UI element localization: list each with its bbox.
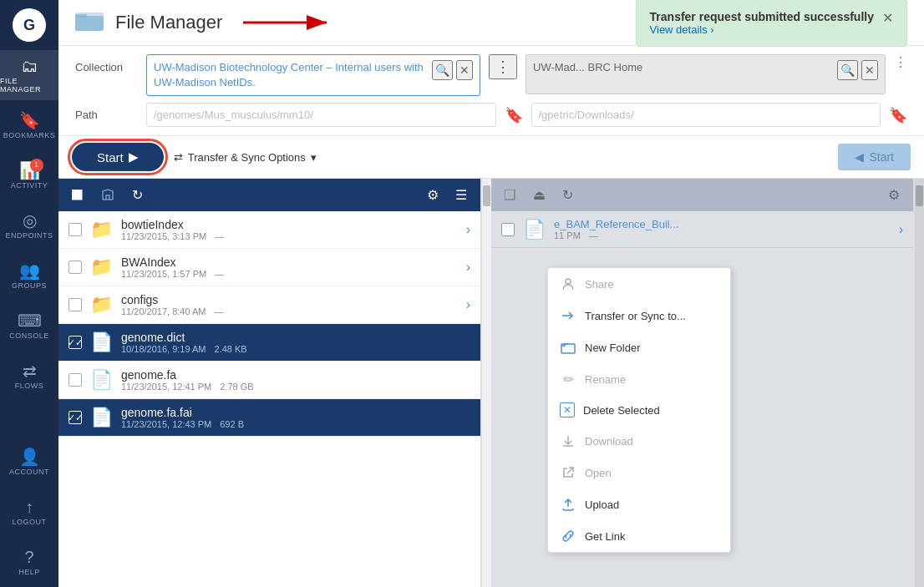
logout-icon: ↑ — [25, 498, 33, 515]
activity-icon: 📊 1 — [19, 162, 40, 179]
file-name: genome.fa — [121, 368, 470, 382]
sidebar-label-help: HELP — [18, 568, 40, 576]
file-info: genome.fa 11/23/2015, 12:41 PM 2.78 GB — [121, 368, 470, 392]
download-icon — [560, 433, 576, 449]
left-scroll-thumb[interactable] — [483, 185, 490, 206]
sidebar-item-console[interactable]: ⌨ CONSOLE — [0, 301, 58, 351]
right-clear-icon[interactable]: ✕ — [861, 60, 878, 80]
folder-icon: 📁 — [90, 219, 113, 240]
sidebar-item-groups[interactable]: 👥 GROUPS — [0, 250, 58, 301]
context-label: New Folder — [585, 342, 640, 354]
right-select-all-button[interactable] — [500, 186, 521, 205]
sidebar-label-activity: ACTIVITY — [11, 181, 48, 190]
right-scrollbar[interactable] — [914, 179, 924, 587]
left-path-input[interactable] — [146, 103, 496, 127]
context-menu-item-transfer[interactable]: Transfer or Sync to... — [548, 300, 730, 331]
file-checkbox[interactable] — [69, 298, 82, 311]
file-checkbox[interactable]: ✓ — [69, 336, 82, 349]
close-icon[interactable]: ✕ — [882, 10, 893, 26]
right-search-icon[interactable]: 🔍 — [837, 60, 858, 80]
svg-rect-10 — [106, 195, 109, 200]
context-menu-item-download[interactable]: Download — [548, 425, 730, 457]
table-row[interactable]: 📄 e_BAM_Reference_Buil... 11 PM — › — [491, 211, 913, 248]
bookmarks-icon: 🔖 — [19, 112, 40, 129]
svg-rect-1 — [75, 16, 104, 31]
help-icon: ? — [24, 549, 33, 565]
right-collection-input[interactable]: UW-Mad... BRC Home 🔍 ✕ — [525, 54, 886, 94]
sidebar-item-account[interactable]: 👤 ACCOUNT — [0, 437, 58, 487]
right-path-input[interactable] — [531, 103, 881, 127]
sidebar-item-endpoints[interactable]: ◎ ENDPOINTS — [0, 200, 58, 250]
file-meta: 11/23/2015, 12:43 PM 692 B — [121, 419, 470, 429]
file-date: 11/23/2015, 12:41 PM — [121, 382, 211, 392]
file-meta: 11/23/2015, 1:57 PM — — [121, 269, 458, 279]
sidebar-item-help[interactable]: ? HELP — [0, 537, 58, 587]
chevron-right-icon: › — [899, 222, 903, 237]
sidebar-item-logout[interactable]: ↑ LOGOUT — [0, 487, 58, 537]
upload-icon — [560, 496, 576, 513]
svg-rect-2 — [75, 14, 87, 18]
logo[interactable]: G — [0, 0, 58, 50]
sidebar-item-file-manager[interactable]: 🗂 FILE MANAGER — [0, 50, 58, 100]
left-collection-input[interactable]: UW-Madison Biotechnology Center – Intern… — [146, 54, 480, 96]
success-notification: Transfer request submitted successfully … — [636, 0, 907, 47]
file-checkbox[interactable] — [69, 261, 82, 274]
context-menu-item-share[interactable]: Share — [548, 268, 730, 300]
start-right-button[interactable]: ◀ Start — [838, 144, 911, 170]
groups-icon: 👥 — [19, 262, 40, 279]
left-bookmark-icon[interactable]: 🔖 — [505, 106, 523, 124]
table-row[interactable]: 📁 configs 11/20/2017, 8:40 AM — › — [58, 286, 480, 324]
sidebar-item-activity[interactable]: 📊 1 ACTIVITY — [0, 150, 58, 200]
table-row[interactable]: 📁 BWAIndex 11/23/2015, 1:57 PM — › — [58, 249, 480, 286]
path-label: Path — [75, 109, 138, 121]
file-checkbox[interactable] — [69, 223, 82, 236]
left-scrollbar[interactable] — [481, 179, 491, 587]
right-collection-dots[interactable]: ⋮ — [894, 54, 907, 70]
search-icon[interactable]: 🔍 — [432, 60, 453, 80]
up-dir-button[interactable] — [95, 185, 120, 206]
file-name: genome.dict — [121, 331, 470, 344]
transfer-sync-button[interactable]: ⇄ Transfer & Sync Options ▾ — [174, 151, 317, 164]
sidebar-item-bookmarks[interactable]: 🔖 BOOKMARKS — [0, 100, 58, 150]
context-menu-item-delete[interactable]: ✕ Delete Selected — [548, 395, 730, 425]
file-checkbox[interactable] — [501, 223, 515, 236]
context-label: Open — [585, 467, 612, 479]
right-settings-button[interactable]: ⚙ — [883, 184, 905, 206]
file-size: — — [215, 269, 224, 279]
refresh-button[interactable]: ↻ — [127, 184, 148, 206]
notification-link[interactable]: View details › — [650, 23, 714, 36]
right-scroll-thumb[interactable] — [916, 185, 923, 206]
context-menu-item-rename[interactable]: ✏ Rename — [548, 363, 730, 395]
activity-badge: 1 — [30, 159, 43, 172]
context-menu-item-open[interactable]: Open — [548, 457, 730, 488]
settings-button[interactable]: ⚙ — [422, 184, 444, 206]
menu-button[interactable]: ☰ — [450, 184, 472, 206]
table-row[interactable]: 📁 bowtieIndex 11/23/2015, 3:13 PM — › — [58, 211, 480, 249]
file-name: BWAIndex — [121, 256, 458, 269]
context-menu-item-get-link[interactable]: Get Link — [548, 520, 730, 552]
file-meta: 11/20/2017, 8:40 AM — — [121, 306, 458, 316]
more-options-button[interactable]: ⋮ — [489, 54, 517, 79]
left-panel: ↻ ⚙ ☰ 📁 bowtieIndex 11/23/2015, 3:13 PM — [58, 179, 481, 587]
start-button-ring — [68, 139, 168, 175]
table-row[interactable]: ✓ 📄 genome.fa.fai 11/23/2015, 12:43 PM 6… — [58, 399, 480, 437]
context-label: Download — [585, 435, 633, 448]
context-menu-item-new-folder[interactable]: New Folder — [548, 331, 730, 363]
file-checkbox[interactable] — [69, 373, 82, 387]
clear-icon[interactable]: ✕ — [456, 60, 473, 80]
context-menu-item-upload[interactable]: Upload — [548, 488, 730, 520]
right-bookmark-icon[interactable]: 🔖 — [889, 106, 907, 124]
select-all-button[interactable] — [67, 186, 89, 205]
file-meta: 11/23/2015, 3:13 PM — — [121, 231, 458, 241]
file-name: bowtieIndex — [121, 218, 458, 231]
right-refresh-button[interactable]: ↻ — [557, 184, 578, 206]
chevron-right-icon: › — [466, 222, 470, 237]
context-label: Get Link — [585, 530, 625, 543]
right-up-dir-button[interactable]: ⏏ — [528, 184, 551, 206]
file-icon: 📄 — [90, 369, 113, 391]
sidebar-item-flows[interactable]: ⇄ FLOWS — [0, 351, 58, 401]
file-checkbox[interactable]: ✓ — [69, 411, 82, 424]
table-row[interactable]: ✓ 📄 genome.dict 10/18/2016, 9:19 AM 2.48… — [58, 324, 480, 362]
page-title: File Manager — [115, 12, 222, 33]
table-row[interactable]: 📄 genome.fa 11/23/2015, 12:41 PM 2.78 GB — [58, 362, 480, 399]
